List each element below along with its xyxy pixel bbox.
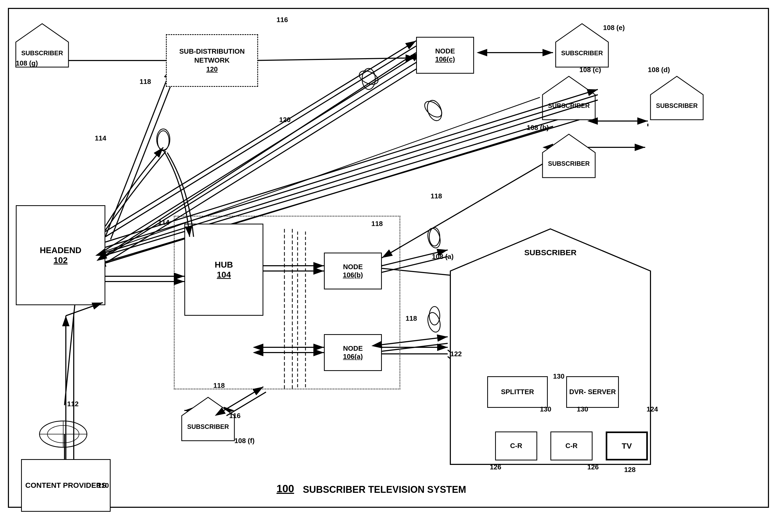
diagram-number: 100 bbox=[277, 483, 294, 495]
label-126-1: 126 bbox=[490, 463, 501, 471]
label-114-2: 114 bbox=[158, 218, 169, 227]
subscriber-108a-house: SUBSCRIBER bbox=[448, 224, 653, 466]
headend-box: HEADEND 102 bbox=[16, 205, 105, 305]
label-116-1: 116 bbox=[277, 16, 288, 24]
label-128: 128 bbox=[624, 466, 636, 474]
subscriber-108c: SUBSCRIBER bbox=[540, 74, 598, 121]
main-title: SUBSCRIBER TELEVISION SYSTEM bbox=[303, 484, 466, 495]
svg-marker-65 bbox=[450, 229, 650, 464]
subscriber-108f: SUBSCRIBER bbox=[179, 395, 237, 442]
label-108f: 108 (f) bbox=[234, 437, 255, 445]
content-providers-box: CONTENT PROVIDERS bbox=[21, 459, 111, 512]
satellite-dish bbox=[37, 418, 89, 451]
label-130-2: 130 bbox=[540, 405, 551, 413]
cr2-box: C-R bbox=[551, 432, 592, 461]
splitter-label: SPLITTER bbox=[501, 388, 534, 396]
subscriber-108e: SUBSCRIBER bbox=[553, 21, 611, 68]
headend-label: HEADEND bbox=[40, 245, 81, 255]
cr1-box: C-R bbox=[495, 432, 537, 461]
label-118-4: 118 bbox=[213, 382, 225, 390]
label-110: 110 bbox=[97, 481, 109, 490]
label-114-1: 114 bbox=[95, 134, 106, 142]
node-106c-label: NODE bbox=[435, 47, 455, 55]
svg-text:SUBSCRIBER: SUBSCRIBER bbox=[21, 50, 63, 57]
label-108e: 108 (e) bbox=[603, 24, 625, 32]
splitter-box: SPLITTER bbox=[487, 376, 548, 408]
sub-dist-label: SUB-DISTRIBUTIONNETWORK bbox=[179, 47, 245, 65]
label-118-1: 118 bbox=[140, 78, 151, 86]
label-116-2: 116 bbox=[229, 412, 241, 420]
dvr-server-box: DVR- SERVER bbox=[566, 376, 619, 408]
svg-text:SUBSCRIBER: SUBSCRIBER bbox=[548, 160, 590, 167]
label-124: 124 bbox=[646, 405, 658, 413]
tv-box: TV bbox=[606, 432, 648, 461]
label-108d: 108 (d) bbox=[648, 66, 670, 74]
svg-text:SUBSCRIBER: SUBSCRIBER bbox=[524, 248, 577, 257]
label-112: 112 bbox=[67, 400, 79, 408]
label-118-3: 118 bbox=[405, 315, 417, 323]
tv-label: TV bbox=[622, 441, 632, 451]
svg-text:SUBSCRIBER: SUBSCRIBER bbox=[548, 102, 590, 109]
dvr-server-label: DVR- SERVER bbox=[569, 388, 616, 396]
svg-marker-59 bbox=[650, 76, 703, 120]
cr2-label: C-R bbox=[565, 442, 578, 450]
label-120: 120 bbox=[279, 116, 290, 124]
svg-marker-57 bbox=[542, 76, 595, 120]
content-providers-label: CONTENT PROVIDERS bbox=[25, 481, 106, 490]
cr1-label: C-R bbox=[510, 442, 522, 450]
headend-ref: 102 bbox=[40, 255, 81, 265]
svg-marker-61 bbox=[542, 134, 595, 178]
label-122: 122 bbox=[450, 350, 461, 358]
label-108b: 108 (b) bbox=[527, 124, 549, 132]
label-108g: 108 (g) bbox=[16, 59, 38, 67]
subscriber-108b: SUBSCRIBER bbox=[540, 131, 598, 179]
node-106c-ref: 106(c) bbox=[435, 55, 455, 63]
label-126-2: 126 bbox=[587, 463, 598, 471]
label-118-5: 118 bbox=[430, 192, 442, 200]
sub-distribution-box: SUB-DISTRIBUTIONNETWORK 120 bbox=[166, 34, 258, 87]
diagram: HEADEND 102 HUB 104 NODE 106(b) NODE 106… bbox=[0, 0, 784, 532]
svg-text:SUBSCRIBER: SUBSCRIBER bbox=[561, 50, 603, 57]
label-108a: 108 (a) bbox=[432, 253, 453, 261]
subscriber-108d: SUBSCRIBER bbox=[648, 74, 706, 121]
svg-marker-55 bbox=[556, 24, 608, 67]
hub-nodes-container bbox=[174, 216, 400, 389]
label-130-1: 130 bbox=[553, 372, 564, 380]
label-118-2: 118 bbox=[371, 220, 383, 228]
svg-marker-63 bbox=[182, 397, 234, 441]
sub-dist-ref: 120 bbox=[179, 65, 245, 74]
svg-text:SUBSCRIBER: SUBSCRIBER bbox=[656, 102, 698, 109]
label-130-3: 130 bbox=[577, 405, 588, 413]
label-108c: 108 (c) bbox=[579, 66, 601, 74]
svg-text:SUBSCRIBER: SUBSCRIBER bbox=[187, 423, 229, 430]
node-106c-box: NODE 106(c) bbox=[416, 37, 474, 74]
